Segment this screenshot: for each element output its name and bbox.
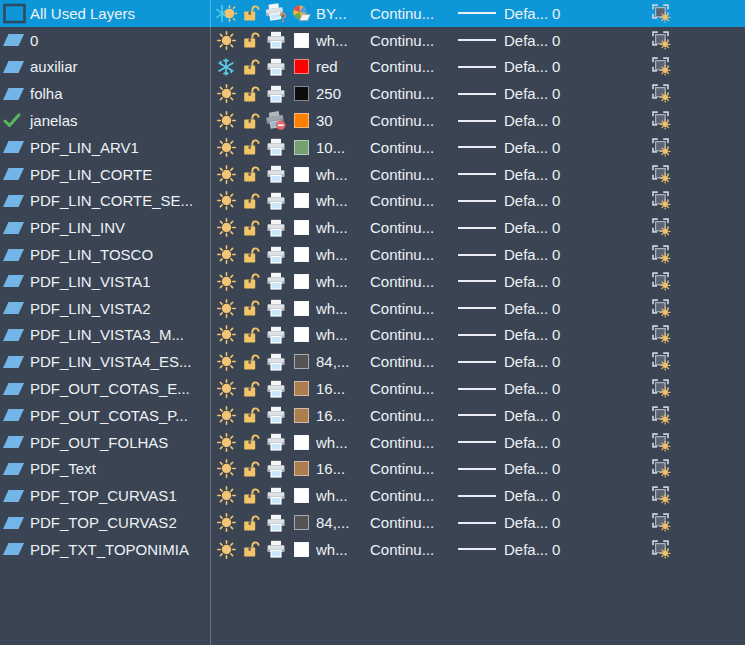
layer-lineweight[interactable]: Defa... (504, 214, 552, 241)
printer-icon[interactable] (263, 161, 289, 188)
layer-name[interactable]: PDF_OUT_COTAS_E... (30, 375, 190, 402)
vp-freeze-icon[interactable] (648, 241, 674, 268)
layer-row[interactable]: auxiliar red Continu... Defa... 0 (0, 54, 745, 81)
layer-transparency[interactable]: 0 (552, 348, 576, 375)
layer-lineweight[interactable]: Defa... (504, 80, 552, 107)
layer-transparency[interactable]: 0 (552, 54, 576, 81)
snowflake-icon[interactable] (214, 54, 238, 81)
vp-freeze-icon[interactable] (648, 456, 674, 483)
printer-no-plot-icon[interactable] (263, 107, 289, 134)
layer-transparency[interactable]: 0 (552, 456, 576, 483)
layer-row[interactable]: PDF_LIN_CORTE wh... Continu... Defa... 0 (0, 161, 745, 188)
layer-row[interactable]: PDF_TOP_CURVAS2 84,... Continu... Defa..… (0, 509, 745, 536)
layer-color-swatch[interactable] (292, 80, 311, 107)
unlocked-padlock-icon[interactable] (240, 0, 262, 27)
sun-icon[interactable] (214, 161, 238, 188)
layer-color-swatch[interactable] (292, 107, 311, 134)
unlocked-padlock-icon[interactable] (240, 134, 262, 161)
layer-lineweight[interactable]: Defa... (504, 295, 552, 322)
sun-icon[interactable] (214, 134, 238, 161)
layer-linetype[interactable]: Continu... (370, 214, 456, 241)
layer-row[interactable]: PDF_Text 16... Continu... Defa... 0 (0, 456, 745, 483)
vp-freeze-icon[interactable] (648, 536, 674, 563)
vp-freeze-icon[interactable] (648, 348, 674, 375)
printer-icon[interactable] (263, 295, 289, 322)
layer-color-swatch[interactable] (292, 54, 311, 81)
sun-icon[interactable] (214, 80, 238, 107)
layer-color-swatch[interactable] (292, 241, 311, 268)
vp-freeze-icon[interactable] (648, 322, 674, 349)
layer-linetype[interactable]: Continu... (370, 429, 456, 456)
layer-linetype[interactable]: Continu... (370, 241, 456, 268)
layer-name[interactable]: PDF_TXT_TOPONIMIA (30, 536, 189, 563)
layer-lineweight[interactable]: Defa... (504, 348, 552, 375)
layer-linetype[interactable]: Continu... (370, 161, 456, 188)
layer-row[interactable]: PDF_LIN_VISTA2 wh... Continu... Defa... … (0, 295, 745, 322)
vp-freeze-icon[interactable] (648, 268, 674, 295)
printer-icon[interactable] (263, 456, 289, 483)
layer-linetype[interactable]: Continu... (370, 188, 456, 215)
sun-icon[interactable] (214, 482, 238, 509)
layer-row[interactable]: PDF_LIN_VISTA3_M... wh... Continu... Def… (0, 322, 745, 349)
layer-name[interactable]: PDF_LIN_VISTA1 (30, 268, 151, 295)
layer-row[interactable]: PDF_LIN_INV wh... Continu... Defa... 0 (0, 214, 745, 241)
layer-linetype[interactable]: Continu... (370, 107, 456, 134)
printer-icon[interactable] (263, 268, 289, 295)
layer-lineweight[interactable]: Defa... (504, 27, 552, 54)
unlocked-padlock-icon[interactable] (240, 27, 262, 54)
sun-icon[interactable] (214, 241, 238, 268)
layer-row[interactable]: PDF_OUT_FOLHAS wh... Continu... Defa... … (0, 429, 745, 456)
layer-name[interactable]: PDF_LIN_CORTE (30, 161, 152, 188)
printer-icon[interactable] (263, 80, 289, 107)
layer-transparency[interactable]: 0 (552, 322, 576, 349)
unlocked-padlock-icon[interactable] (240, 268, 262, 295)
unlocked-padlock-icon[interactable] (240, 295, 262, 322)
layer-lineweight[interactable]: Defa... (504, 536, 552, 563)
sun-snowflake-mixed-icon[interactable] (214, 0, 238, 27)
layer-name[interactable]: auxiliar (30, 54, 78, 81)
unlocked-padlock-icon[interactable] (240, 214, 262, 241)
layer-linetype[interactable]: Continu... (370, 54, 456, 81)
layer-transparency[interactable]: 0 (552, 27, 576, 54)
layer-transparency[interactable]: 0 (552, 482, 576, 509)
unlocked-padlock-icon[interactable] (240, 54, 262, 81)
unlocked-padlock-icon[interactable] (240, 482, 262, 509)
sun-icon[interactable] (214, 348, 238, 375)
sun-icon[interactable] (214, 429, 238, 456)
vp-freeze-icon[interactable] (648, 509, 674, 536)
layer-linetype[interactable]: Continu... (370, 482, 456, 509)
layer-linetype[interactable]: Continu... (370, 295, 456, 322)
sun-icon[interactable] (214, 295, 238, 322)
layer-name[interactable]: PDF_Text (30, 456, 96, 483)
layer-name[interactable]: folha (30, 80, 63, 107)
layer-lineweight[interactable]: Defa... (504, 509, 552, 536)
layer-name[interactable]: PDF_LIN_VISTA2 (30, 295, 151, 322)
sun-icon[interactable] (214, 27, 238, 54)
layer-lineweight[interactable]: Defa... (504, 241, 552, 268)
layer-name[interactable]: janelas (30, 107, 78, 134)
layer-name[interactable]: PDF_LIN_ARV1 (30, 134, 139, 161)
unlocked-padlock-icon[interactable] (240, 348, 262, 375)
layer-color-swatch[interactable] (292, 482, 311, 509)
layer-row[interactable]: PDF_OUT_COTAS_P... 16... Continu... Defa… (0, 402, 745, 429)
layer-lineweight[interactable]: Defa... (504, 482, 552, 509)
layer-lineweight[interactable]: Defa... (504, 429, 552, 456)
layer-color-swatch[interactable] (292, 214, 311, 241)
layer-name[interactable]: PDF_LIN_CORTE_SE... (30, 188, 193, 215)
unlocked-padlock-icon[interactable] (240, 241, 262, 268)
layer-linetype[interactable]: Continu... (370, 509, 456, 536)
sun-icon[interactable] (214, 107, 238, 134)
sun-icon[interactable] (214, 268, 238, 295)
layer-row[interactable]: janelas 30 Continu... Defa... 0 (0, 107, 745, 134)
layer-row[interactable]: All Used Layers ? BY... Continu... Defa.… (0, 0, 745, 27)
layer-row[interactable]: PDF_LIN_CORTE_SE... wh... Continu... Def… (0, 188, 745, 215)
printer-icon[interactable] (263, 241, 289, 268)
vp-freeze-icon[interactable] (648, 134, 674, 161)
printer-icon[interactable] (263, 402, 289, 429)
layer-lineweight[interactable]: Defa... (504, 456, 552, 483)
printer-icon[interactable] (263, 134, 289, 161)
layer-transparency[interactable]: 0 (552, 188, 576, 215)
sun-icon[interactable] (214, 214, 238, 241)
printer-icon[interactable] (263, 188, 289, 215)
layer-name[interactable]: PDF_LIN_VISTA4_ES... (30, 348, 191, 375)
